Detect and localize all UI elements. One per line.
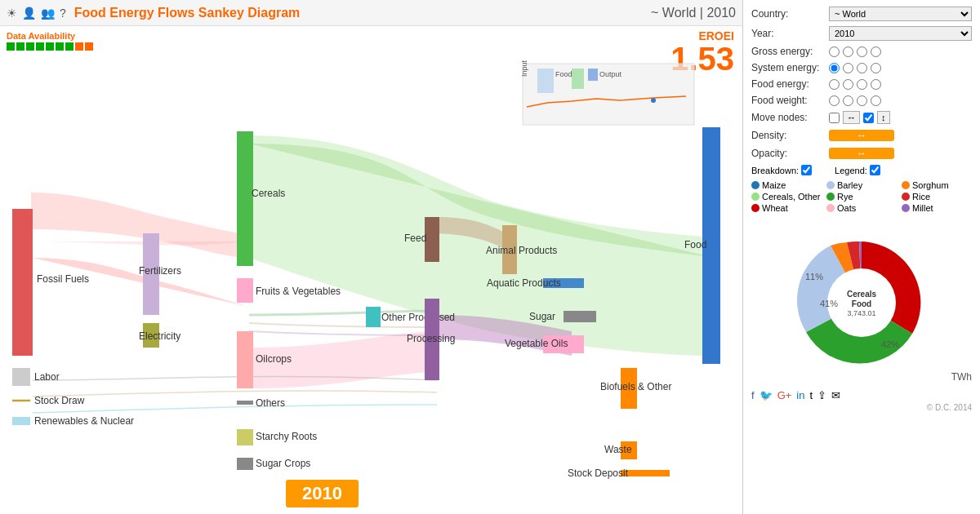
node-oilcrops[interactable] [237,331,253,388]
label-aquatic-products: Aquatic Products [487,277,561,289]
node-cereals[interactable] [237,131,253,266]
person-icon[interactable]: 👤 [22,7,36,20]
country-row: Country: ~ World [751,7,972,21]
label-stock-draw: Stock Draw [34,395,85,406]
gross-radio-3[interactable] [857,47,867,57]
weight-radio-2[interactable] [843,95,853,106]
gross-energy-controls [829,47,972,57]
renewables-flow [33,405,437,413]
tumblr-icon[interactable]: t [809,389,813,401]
density-slider[interactable]: ↔ [829,129,972,142]
food-radio-1[interactable] [829,79,840,90]
year-control[interactable]: 2010 [829,26,972,41]
weight-radio-4[interactable] [871,95,881,106]
rice-label: Rice [912,192,930,202]
legend-maize: Maize [751,180,822,190]
share-icon[interactable]: ⇪ [817,389,826,401]
facebook-icon[interactable]: f [751,389,755,401]
rye-dot [826,193,835,201]
node-fossil-fuels[interactable] [12,209,33,356]
oats-dot [826,204,835,212]
food-weight-row: Food weight: [751,95,972,106]
legend-cereals-other: Cereals, Other [751,192,822,202]
year-select[interactable]: 2010 [829,26,972,41]
system-radio-3[interactable] [857,63,867,73]
gross-radio-4[interactable] [871,47,881,57]
legend-section: Maize Barley Sorghum Cereals, Other Rye … [751,180,972,213]
move-nodes-left-right-btn[interactable]: ↔ [843,111,860,124]
node-fruits-veg[interactable] [237,278,253,303]
gross-energy-row: Gross energy: [751,46,972,57]
maize-label: Maize [762,180,786,190]
food-radio-3[interactable] [857,79,867,90]
gross-radio-2[interactable] [843,47,853,57]
label-waste: Waste [604,444,632,455]
wheat-label: Wheat [762,203,788,213]
google-plus-icon[interactable]: G+ [777,389,792,401]
legend-rye: Rye [826,192,897,202]
system-radio-2[interactable] [843,63,853,73]
legend-sorghum: Sorghum [902,180,972,190]
weight-radio-3[interactable] [857,95,867,106]
world-year-label: ~ World | 2010 [651,6,736,20]
density-arrows: ↔ [857,130,866,141]
breakdown-checkbox[interactable] [801,165,812,175]
label-sugar: Sugar [529,311,555,322]
move-nodes-up-down-btn[interactable]: ↕ [877,111,890,124]
system-radio-4[interactable] [871,63,881,73]
opacity-arrows: ↔ [857,148,866,159]
mini-chart-food-label: Food [555,70,572,78]
node-starchy-roots[interactable] [237,429,253,445]
opacity-slider[interactable]: ↔ [829,147,972,160]
country-control[interactable]: ~ World [829,7,972,21]
year-label: Year: [751,28,829,39]
twitter-icon[interactable]: 🐦 [760,389,773,401]
cereals-other-label: Cereals, Other [762,192,821,202]
social-icons: f 🐦 G+ in t ⇪ ✉ [751,389,972,401]
label-vegetable-oils: Vegetable Oils [505,338,568,349]
label-feed: Feed [404,233,426,244]
label-others: Others [256,397,285,409]
system-energy-row: System energy: [751,62,972,73]
opacity-track[interactable]: ↔ [829,148,894,159]
oats-label: Oats [837,203,856,213]
mini-chart-food-bar [572,69,584,89]
legend-renewables-box [12,417,30,425]
thin-flow-2 [249,323,437,327]
stock-flow [33,391,437,397]
country-select[interactable]: ~ World [829,7,972,21]
pie-center-label1: Cereals [847,290,877,299]
label-fossil-fuels: Fossil Fuels [37,273,89,285]
node-sugar[interactable] [564,311,596,322]
node-others[interactable] [237,401,253,405]
label-fruits-veg: Fruits & Vegetables [256,286,341,297]
node-feed[interactable] [425,217,439,262]
move-nodes-checkbox2[interactable] [863,113,874,123]
sun-icon[interactable]: ☀ [7,7,17,20]
linkedin-icon[interactable]: in [796,389,804,401]
weight-radio-1[interactable] [829,95,840,106]
gross-radio-1[interactable] [829,47,840,57]
node-other-processed[interactable] [366,307,381,327]
move-nodes-checkbox[interactable] [829,113,840,123]
mini-chart-input-label: Input [520,60,528,77]
sorghum-dot [902,181,910,189]
gross-energy-label: Gross energy: [751,46,829,57]
legend-checkbox[interactable] [870,165,880,175]
email-icon[interactable]: ✉ [831,389,840,401]
question-icon[interactable]: ? [60,7,66,20]
pie-pct-11: 11% [805,272,823,281]
fossil-flow-area [31,193,249,258]
legend-oats: Oats [826,203,897,213]
legend-labor-box [12,368,30,386]
density-track[interactable]: ↔ [829,130,894,141]
node-sugar-crops[interactable] [237,458,253,470]
sankey-panel: ☀ 👤 👥 ? Food Energy Flows Sankey Diagram… [0,0,743,514]
label-sugar-crops: Sugar Crops [256,458,310,469]
move-nodes-label: Move nodes: [751,112,829,123]
system-radio-1[interactable] [829,63,840,73]
food-radio-4[interactable] [871,79,881,90]
food-radio-2[interactable] [843,79,853,90]
food-energy-row: Food energy: [751,78,972,90]
group-icon[interactable]: 👥 [41,7,55,20]
